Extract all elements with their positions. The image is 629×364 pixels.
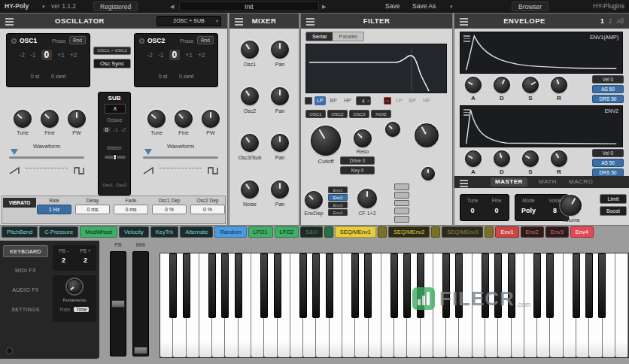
black-key[interactable] bbox=[455, 253, 463, 318]
sub-oct--1[interactable]: -1 bbox=[114, 127, 118, 132]
filter-env3-button[interactable]: Env3 bbox=[328, 202, 348, 208]
env2-vel-badge[interactable]: Vel 0 bbox=[592, 149, 624, 157]
black-key[interactable] bbox=[508, 253, 515, 318]
filter-env4-button[interactable]: Env4 bbox=[328, 209, 348, 216]
env1-vel-badge[interactable]: Vel 0 bbox=[592, 75, 624, 83]
master-menu-icon[interactable] bbox=[460, 180, 468, 187]
mixer-noise-level-knob[interactable] bbox=[241, 180, 259, 199]
sub-oct--2[interactable]: -2 bbox=[121, 127, 126, 132]
osc1-fine-knob[interactable] bbox=[41, 110, 59, 128]
mod-pitchbend[interactable]: PitchBend bbox=[2, 226, 38, 238]
vibrato-osc1dep-value[interactable]: 0 % bbox=[152, 205, 187, 214]
mod-seq-menv3[interactable]: SEQ/MEnv3 bbox=[442, 226, 483, 238]
osc1-waveform-marker[interactable] bbox=[11, 149, 18, 155]
osc2-oct-+2[interactable]: +2 bbox=[198, 51, 205, 59]
osc2-semitone-value[interactable]: 0 st bbox=[159, 74, 167, 79]
sidebar-item-keyboard[interactable]: KEYBOARD bbox=[3, 245, 48, 257]
filter-src-noiz[interactable]: NOIZ bbox=[371, 110, 391, 118]
env2-as-badge[interactable]: AS 50 bbox=[592, 159, 624, 167]
tab-math[interactable]: MATH bbox=[539, 177, 557, 187]
key-field[interactable]: Key 0 bbox=[340, 166, 375, 174]
black-key[interactable] bbox=[585, 253, 593, 318]
menv3-icon[interactable] bbox=[485, 226, 494, 238]
mod-alternate[interactable]: Alternate bbox=[180, 226, 213, 238]
osc2-led[interactable] bbox=[139, 38, 144, 44]
routing-serial[interactable]: Serial bbox=[306, 32, 333, 41]
osc1-phase-rnd-button[interactable]: Rnd bbox=[69, 36, 86, 44]
preset-display[interactable]: Init bbox=[179, 2, 319, 11]
osc2-waveform-marker[interactable] bbox=[144, 149, 152, 155]
envdep-knob[interactable] bbox=[305, 191, 323, 209]
osc2-waveform-track[interactable] bbox=[143, 156, 218, 159]
osc1-oct-0[interactable]: 0 bbox=[41, 50, 53, 60]
black-key[interactable] bbox=[274, 253, 281, 318]
black-key[interactable] bbox=[299, 253, 307, 318]
mod-c-pressure[interactable]: C-Pressure bbox=[39, 226, 78, 238]
black-key[interactable] bbox=[169, 253, 177, 318]
filter2-hp-button[interactable]: HP bbox=[421, 96, 433, 105]
menv2-icon[interactable] bbox=[431, 226, 440, 238]
sidebar-item-audio-fx[interactable]: AUDIO FX bbox=[3, 284, 48, 296]
mod-env1[interactable]: Env1 bbox=[495, 226, 518, 238]
black-key[interactable] bbox=[260, 253, 268, 318]
black-key[interactable] bbox=[326, 253, 333, 318]
sub-octave-selector[interactable]: 0 -1 -2 bbox=[99, 127, 130, 132]
osc1-oct-+2[interactable]: +2 bbox=[70, 51, 77, 59]
pitchbend-slider-handle[interactable] bbox=[111, 300, 125, 308]
filter-env1-button[interactable]: Env1 bbox=[328, 187, 348, 193]
filter1-icon[interactable] bbox=[305, 97, 312, 105]
mod-s-h[interactable]: S&H bbox=[300, 226, 322, 238]
mod-keytrk[interactable]: KeyTrk bbox=[150, 226, 178, 238]
sub-oct-0[interactable]: 0 bbox=[103, 127, 111, 132]
osc2-oct-+1[interactable]: +1 bbox=[185, 51, 193, 59]
black-key[interactable] bbox=[442, 253, 450, 318]
preset-prev-icon[interactable]: ◀ bbox=[170, 0, 174, 13]
modwheel-slider[interactable] bbox=[132, 251, 149, 356]
mod-env3[interactable]: Env3 bbox=[545, 226, 569, 238]
sub-waveform-display[interactable]: ∧ bbox=[105, 104, 126, 114]
filter2-cutoff-knob[interactable] bbox=[385, 122, 400, 137]
black-key[interactable] bbox=[351, 253, 359, 318]
sub-master-slider[interactable] bbox=[105, 156, 126, 159]
env-tab-1[interactable]: 1 bbox=[600, 17, 604, 25]
registered-button[interactable]: Registered bbox=[93, 2, 138, 11]
osc1-octave-selector[interactable]: -2 -1 0 +1 +2 bbox=[7, 50, 90, 60]
env1-decay-knob[interactable] bbox=[494, 77, 510, 93]
vibrato-rate-value[interactable]: 1 Hz bbox=[37, 205, 71, 214]
filter2-main-knob[interactable] bbox=[415, 123, 439, 147]
osc1-cent-value[interactable]: 0 cent bbox=[51, 74, 65, 79]
black-key[interactable] bbox=[417, 253, 424, 318]
volume-knob[interactable] bbox=[561, 195, 582, 216]
env1-as-badge[interactable]: AS 50 bbox=[592, 85, 624, 93]
filter-src-osc2[interactable]: OSC2 bbox=[327, 110, 348, 118]
black-key[interactable] bbox=[598, 253, 606, 318]
cf-knob[interactable] bbox=[357, 189, 377, 208]
osc2-fine-knob[interactable] bbox=[175, 110, 193, 128]
filter-response-display[interactable] bbox=[305, 44, 447, 93]
filter2-disabled-icon[interactable]: ↦ bbox=[384, 97, 391, 105]
osc1-oct-+1[interactable]: +1 bbox=[57, 51, 65, 59]
mixer-noise-pan-knob[interactable] bbox=[271, 180, 289, 199]
mod-modwheel[interactable]: ModWheel bbox=[80, 226, 117, 238]
black-key[interactable] bbox=[221, 253, 229, 318]
vibrato-title[interactable]: VIBRATO bbox=[3, 198, 36, 208]
black-key[interactable] bbox=[364, 253, 372, 318]
master-mode-value[interactable]: Poly bbox=[515, 207, 542, 214]
filter-routing-switch[interactable]: Serial Parallel bbox=[305, 32, 364, 41]
mixer-osc3sub-pan-knob[interactable] bbox=[271, 134, 289, 152]
cutoff-knob[interactable] bbox=[311, 126, 341, 156]
filter2-bp-button[interactable]: BP bbox=[407, 96, 418, 105]
pb-minus-value[interactable]: 2 bbox=[53, 256, 74, 264]
filter-drawbar-sliders[interactable] bbox=[394, 184, 409, 223]
sub-route-osc2[interactable]: Osc2 bbox=[116, 183, 126, 187]
portamento-time-option[interactable]: Time bbox=[74, 307, 89, 312]
mod-velocity[interactable]: Velocity bbox=[119, 226, 149, 238]
env2-release-knob[interactable] bbox=[551, 150, 567, 167]
black-key[interactable] bbox=[403, 253, 411, 318]
mixer-osc2-pan-knob[interactable] bbox=[271, 87, 289, 105]
env1-menu-icon[interactable] bbox=[463, 35, 470, 42]
sub-routing[interactable]: Osc1 Osc2 bbox=[99, 183, 130, 187]
osc2-tune-knob[interactable] bbox=[147, 110, 166, 128]
env-tab-2[interactable]: 2 bbox=[609, 17, 612, 25]
env2-display[interactable]: ENV2 bbox=[460, 105, 623, 147]
